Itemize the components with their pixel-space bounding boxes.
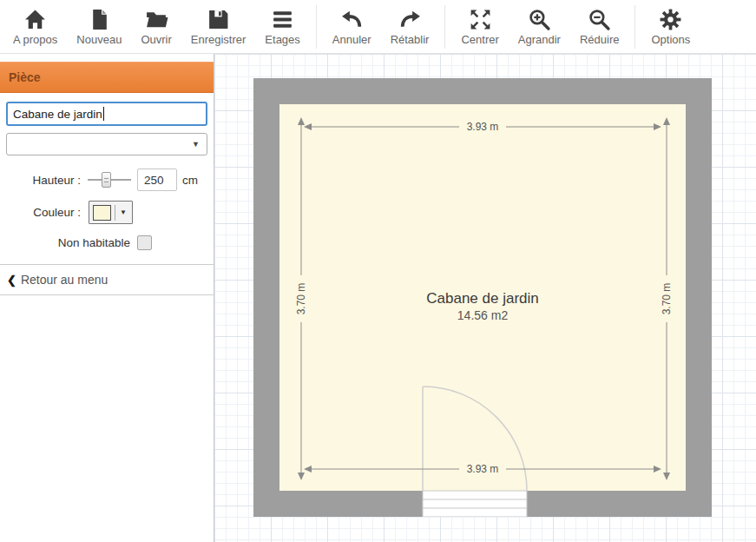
text-cursor [103,107,104,121]
toolbar-label: Etages [265,33,299,46]
room-area-label: 14.56 m2 [457,308,509,322]
toolbar-button-etages[interactable]: Etages [255,3,309,50]
room-name-label: Cabane de jardin [426,290,538,307]
main-toolbar: A propos Nouveau Ouvrir Enregistrer Etag… [0,0,756,54]
toolbar-button-enregistrer[interactable]: Enregistrer [181,3,256,50]
toolbar-label: Ouvrir [141,33,171,46]
color-picker[interactable]: ▼ [89,201,133,224]
toolbar-divider [316,5,317,49]
non-habitable-checkbox[interactable] [137,235,152,250]
toolbar-divider [444,5,445,49]
toolbar-divider [634,5,635,49]
hauteur-input[interactable] [137,169,177,191]
hauteur-label: Hauteur : [0,174,85,187]
new-document-icon [88,7,111,32]
couleur-row: Couleur : ▼ [0,201,214,224]
dimension-bottom-label: 3.93 m [467,463,499,475]
toolbar-button-reduire[interactable]: Réduire [570,3,629,50]
toolbar-button-agrandir[interactable]: Agrandir [509,3,570,50]
hauteur-slider[interactable] [88,172,131,188]
open-folder-icon [145,7,168,32]
toolbar-label: A propos [13,33,57,46]
non-habitable-row: Non habitable [0,235,214,250]
chevron-down-icon: ▼ [115,205,128,221]
toolbar-button-a-propos[interactable]: A propos [3,3,67,50]
toolbar-button-nouveau[interactable]: Nouveau [67,3,131,50]
save-icon [207,7,230,32]
back-to-menu-link[interactable]: ❮ Retour au menu [0,264,214,295]
chevron-left-icon: ❮ [7,274,16,287]
room-name-value: Cabane de jardin [13,108,102,121]
hauteur-unit: cm [182,174,198,187]
gear-icon [659,7,682,32]
toolbar-label: Réduire [580,33,620,46]
zoom-out-icon [588,7,611,32]
chevron-down-icon: ▼ [192,140,200,149]
dimension-top-label: 3.93 m [467,121,499,133]
couleur-label: Couleur : [0,206,85,219]
toolbar-button-centrer[interactable]: Centrer [451,3,508,50]
color-swatch [93,205,111,221]
properties-sidebar: Pièce Cabane de jardin ▼ Hauteur : cm Co… [0,54,214,542]
toolbar-label: Annuler [332,33,371,46]
center-view-icon [469,7,492,32]
undo-icon [340,7,364,32]
toolbar-label: Rétablir [391,33,430,46]
toolbar-button-options[interactable]: Options [641,3,700,50]
layers-icon [271,7,294,32]
dimension-right-label: 3.70 m [661,283,673,315]
dimension-left-label: 3.70 m [295,283,307,315]
hauteur-row: Hauteur : cm [0,169,214,191]
zoom-in-icon [528,7,551,32]
toolbar-label: Options [651,33,690,46]
floor-plan[interactable]: 3.93 m 3.93 m 3.70 m [253,78,712,517]
home-icon [23,7,47,32]
toolbar-label: Agrandir [518,33,561,46]
room-name-input[interactable]: Cabane de jardin [6,102,207,126]
toolbar-label: Nouveau [76,33,122,46]
redo-icon [398,7,422,32]
toolbar-label: Enregistrer [191,33,247,46]
toolbar-button-annuler[interactable]: Annuler [323,3,381,50]
panel-title: Pièce [0,62,214,93]
slider-handle[interactable] [102,172,111,188]
toolbar-button-retablir[interactable]: Rétablir [381,3,439,50]
room-type-select[interactable]: ▼ [6,133,207,155]
back-to-menu-label: Retour au menu [21,273,108,287]
toolbar-label: Centrer [461,33,498,46]
toolbar-button-ouvrir[interactable]: Ouvrir [131,3,181,50]
non-habitable-label: Non habitable [0,236,137,249]
drawing-canvas[interactable]: 3.93 m 3.93 m 3.70 m [214,54,756,542]
